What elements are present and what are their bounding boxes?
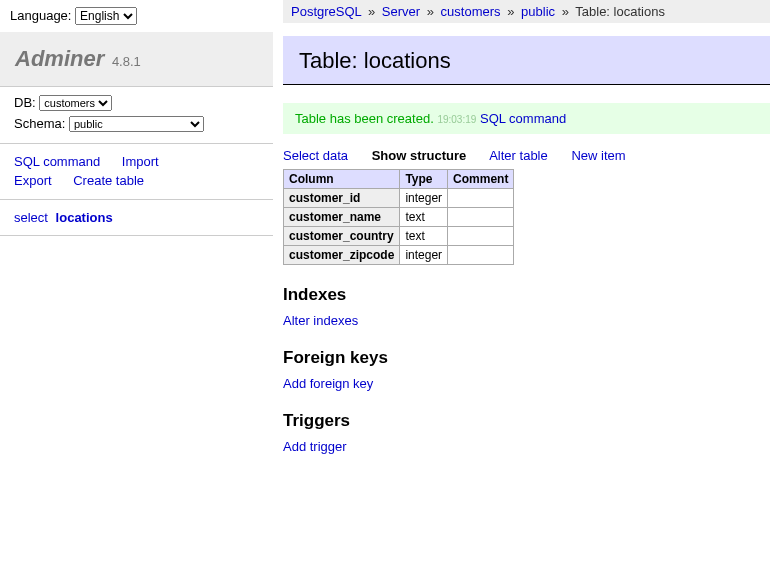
table-list: select locations (0, 200, 273, 236)
column-type: text (400, 208, 448, 227)
link-create-table[interactable]: Create table (73, 173, 144, 188)
logo-version: 4.8.1 (112, 54, 141, 69)
language-bar: Language: English (0, 0, 273, 32)
column-name: customer_id (284, 189, 400, 208)
table-tabs: Select data Show structure Alter table N… (283, 148, 770, 163)
breadcrumb-sep: » (368, 4, 375, 19)
sidebar: Language: English Adminer 4.8.1 DB: cust… (0, 0, 273, 236)
logo: Adminer 4.8.1 (0, 32, 273, 87)
link-alter-indexes[interactable]: Alter indexes (283, 313, 358, 328)
breadcrumb: PostgreSQL » Server » customers » public… (283, 0, 770, 23)
column-type: integer (400, 246, 448, 265)
table-row: customer_nametext (284, 208, 514, 227)
breadcrumb-server[interactable]: Server (382, 4, 420, 19)
success-message: Table has been created. 19:03:19 SQL com… (283, 103, 770, 134)
column-comment (448, 246, 514, 265)
db-label: DB: (14, 95, 36, 110)
breadcrumb-sep: » (562, 4, 569, 19)
link-import[interactable]: Import (122, 154, 159, 169)
link-add-trigger[interactable]: Add trigger (283, 439, 347, 454)
section-indexes-title: Indexes (283, 285, 770, 305)
breadcrumb-sep: » (507, 4, 514, 19)
page-title: Table: locations (283, 36, 770, 85)
col-header-type: Type (400, 170, 448, 189)
language-select[interactable]: English (75, 7, 137, 25)
db-select[interactable]: customers (39, 95, 112, 111)
table-row: customer_countrytext (284, 227, 514, 246)
db-schema-block: DB: customers Schema: public (0, 87, 273, 144)
message-time: 19:03:19 (437, 114, 476, 125)
table-row: customer_zipcodeinteger (284, 246, 514, 265)
breadcrumb-db[interactable]: customers (441, 4, 501, 19)
column-comment (448, 189, 514, 208)
logo-name: Adminer (15, 46, 104, 71)
column-comment (448, 208, 514, 227)
tab-show-structure: Show structure (372, 148, 467, 163)
message-text: Table has been created. (295, 111, 434, 126)
breadcrumb-current: Table: locations (575, 4, 665, 19)
language-label: Language: (10, 8, 71, 23)
content: PostgreSQL » Server » customers » public… (283, 0, 780, 454)
table-name-link[interactable]: locations (56, 210, 113, 225)
link-export[interactable]: Export (14, 173, 52, 188)
tab-new-item[interactable]: New item (571, 148, 625, 163)
message-sql-link[interactable]: SQL command (480, 111, 566, 126)
column-name: customer_country (284, 227, 400, 246)
column-type: integer (400, 189, 448, 208)
breadcrumb-schema[interactable]: public (521, 4, 555, 19)
column-name: customer_zipcode (284, 246, 400, 265)
tab-select-data[interactable]: Select data (283, 148, 348, 163)
table-select-link[interactable]: select (14, 210, 48, 225)
tab-alter-table[interactable]: Alter table (489, 148, 548, 163)
column-name: customer_name (284, 208, 400, 227)
col-header-comment: Comment (448, 170, 514, 189)
column-type: text (400, 227, 448, 246)
section-triggers-title: Triggers (283, 411, 770, 431)
section-fkeys-title: Foreign keys (283, 348, 770, 368)
schema-select[interactable]: public (69, 116, 204, 132)
link-sql-command[interactable]: SQL command (14, 154, 100, 169)
link-add-foreign-key[interactable]: Add foreign key (283, 376, 373, 391)
table-row: customer_idinteger (284, 189, 514, 208)
column-comment (448, 227, 514, 246)
sidebar-links: SQL command Import Export Create table (0, 144, 273, 200)
columns-table: Column Type Comment customer_idintegercu… (283, 169, 514, 265)
col-header-column: Column (284, 170, 400, 189)
breadcrumb-driver[interactable]: PostgreSQL (291, 4, 361, 19)
table-header-row: Column Type Comment (284, 170, 514, 189)
schema-label: Schema: (14, 116, 65, 131)
breadcrumb-sep: » (427, 4, 434, 19)
